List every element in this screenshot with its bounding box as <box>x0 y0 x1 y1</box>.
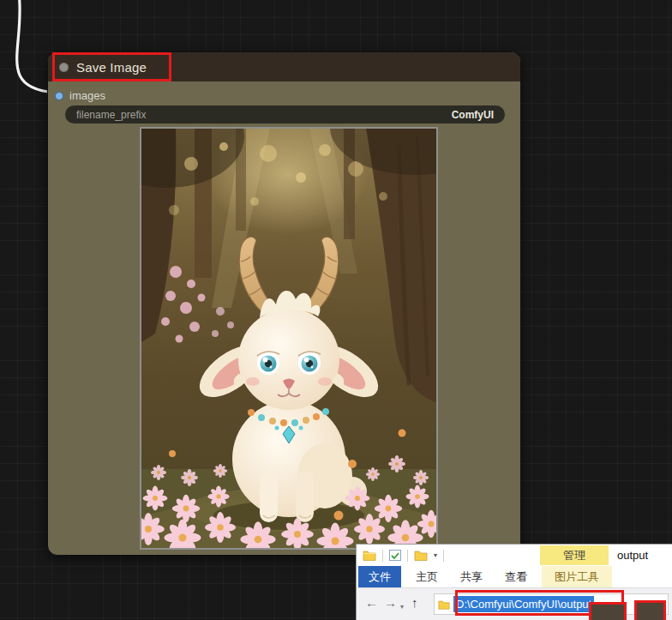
up-button[interactable]: ↑ <box>411 594 418 611</box>
qat-dropdown-icon[interactable]: ▾ <box>434 552 437 559</box>
comfyui-canvas: Save Image images filename_prefix ComfyU… <box>0 0 672 620</box>
node-title-bar[interactable]: Save Image <box>48 52 520 81</box>
history-dropdown-icon[interactable]: ▾ <box>400 599 404 616</box>
widget-value: ComfyUI <box>452 109 494 121</box>
tab-picture-tools[interactable]: 图片工具 <box>542 566 612 587</box>
tab-view[interactable]: 查看 <box>497 566 535 587</box>
explorer-window-title: output <box>617 545 648 566</box>
save-image-node[interactable]: Save Image images filename_prefix ComfyU… <box>47 51 521 556</box>
tab-file[interactable]: 文件 <box>358 566 401 587</box>
tab-home[interactable]: 主页 <box>408 566 446 587</box>
images-input-dot[interactable] <box>55 92 63 100</box>
back-button[interactable]: ← <box>365 594 378 611</box>
new-folder-icon[interactable] <box>414 550 428 561</box>
divider <box>443 550 444 562</box>
tab-share[interactable]: 共享 <box>453 566 490 587</box>
address-toolbar: ← → ▾ ↑ D:\Comfyui\ComfyUI\output <box>357 587 672 620</box>
ribbon-tabs: 文件 主页 共享 查看 图片工具 <box>357 566 672 587</box>
collapse-dot-icon[interactable] <box>59 63 69 72</box>
preview-illustration <box>141 129 436 548</box>
widget-label: filename_prefix <box>76 109 146 121</box>
file-explorer-window: ▾ 管理 output 文件 主页 共享 查看 图片工具 ← → ▾ ↑ D:\… <box>356 544 672 620</box>
divider <box>407 550 408 562</box>
address-selected-text: D:\Comfyui\ComfyUI\output <box>453 596 594 612</box>
images-input-row: images <box>55 89 105 102</box>
filename-prefix-widget[interactable]: filename_prefix ComfyUI <box>65 105 505 123</box>
forward-button[interactable]: → <box>384 594 397 611</box>
tab-manage[interactable]: 管理 <box>540 545 609 565</box>
node-title-label: Save Image <box>76 60 147 75</box>
explorer-titlebar: ▾ 管理 output <box>357 545 672 566</box>
image-preview <box>140 127 438 550</box>
window-folder-icon[interactable] <box>363 550 376 561</box>
address-folder-icon <box>438 599 450 610</box>
images-input-label: images <box>69 89 105 102</box>
address-bar[interactable]: D:\Comfyui\ComfyUI\output <box>434 593 669 615</box>
divider <box>382 550 383 562</box>
properties-check-icon[interactable] <box>389 550 401 561</box>
